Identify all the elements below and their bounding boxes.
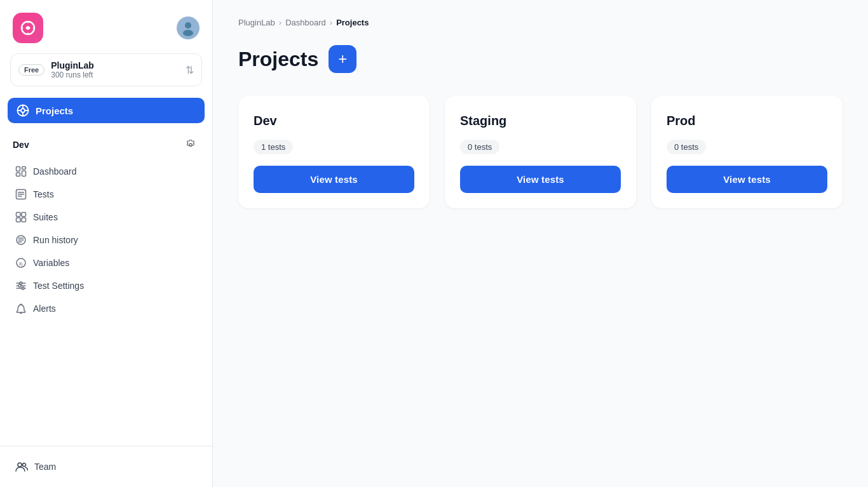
workspace-info: PluginLab 300 runs left — [51, 60, 179, 79]
project-name-dev: Dev — [254, 114, 414, 128]
svg-point-37 — [22, 287, 24, 290]
project-card-prod: Prod 0 tests View tests — [651, 96, 843, 208]
sidebar-item-projects[interactable]: Projects — [8, 98, 205, 123]
tests-badge-dev: 1 tests — [254, 140, 293, 154]
breadcrumb-item-projects: Projects — [336, 18, 369, 27]
page-header: Projects + — [238, 45, 843, 73]
svg-point-2 — [185, 22, 191, 29]
dashboard-label: Dashboard — [33, 166, 77, 177]
breadcrumb-sep-1: › — [279, 18, 281, 27]
svg-rect-11 — [22, 167, 26, 170]
project-card-staging: Staging 0 tests View tests — [445, 96, 636, 208]
svg-rect-20 — [17, 218, 21, 222]
suites-icon — [15, 211, 27, 223]
workspace-runs: 300 runs left — [51, 70, 179, 79]
project-name-prod: Prod — [667, 114, 827, 128]
team-label: Team — [34, 462, 56, 472]
sidebar-header — [0, 0, 212, 53]
test-settings-icon — [15, 280, 27, 291]
team-icon — [15, 460, 28, 473]
svg-rect-19 — [22, 213, 26, 217]
breadcrumb-item-dashboard[interactable]: Dashboard — [285, 18, 326, 27]
free-badge: Free — [18, 64, 44, 76]
sidebar-item-team[interactable]: Team — [13, 457, 200, 477]
breadcrumb-sep-2: › — [330, 18, 332, 27]
project-name-staging: Staging — [460, 114, 621, 128]
svg-rect-13 — [22, 171, 26, 177]
suites-label: Suites — [33, 212, 58, 222]
svg-point-1 — [27, 27, 30, 30]
svg-rect-21 — [22, 218, 26, 222]
projects-grid: Dev 1 tests View tests Staging 0 tests V… — [238, 96, 843, 208]
sidebar-item-alerts[interactable]: Alerts — [10, 297, 202, 320]
dev-settings-button[interactable] — [182, 136, 200, 154]
sidebar-item-suites[interactable]: Suites — [10, 206, 202, 229]
breadcrumb: PluginLab › Dashboard › Projects — [238, 18, 843, 27]
sidebar-item-test-settings[interactable]: Test Settings — [10, 274, 202, 297]
add-project-button[interactable]: + — [329, 45, 356, 73]
projects-icon — [17, 104, 29, 117]
view-tests-button-dev[interactable]: View tests — [254, 166, 414, 193]
svg-rect-12 — [17, 173, 20, 177]
tests-label: Tests — [33, 189, 54, 199]
sidebar-item-variables[interactable]: x ) Variables — [10, 251, 202, 274]
svg-rect-10 — [17, 167, 20, 171]
sidebar-item-tests[interactable]: Tests — [10, 183, 202, 206]
svg-rect-18 — [17, 213, 21, 217]
page-title: Projects — [238, 48, 318, 71]
dashboard-icon — [15, 166, 27, 177]
run-history-icon — [15, 234, 27, 246]
variables-label: Variables — [33, 258, 69, 268]
alerts-label: Alerts — [33, 304, 56, 314]
sidebar: Free PluginLab 300 runs left ⇅ Projects — [0, 0, 213, 487]
tests-icon — [15, 189, 27, 200]
svg-point-39 — [23, 464, 26, 467]
project-card-dev: Dev 1 tests View tests — [238, 96, 430, 208]
svg-point-34 — [18, 284, 21, 287]
sub-section-title: Dev — [13, 140, 29, 150]
sidebar-item-dashboard[interactable]: Dashboard — [10, 160, 202, 183]
nav-section: Projects — [0, 94, 212, 127]
sidebar-item-projects-label: Projects — [36, 105, 73, 116]
svg-point-3 — [183, 30, 193, 36]
sidebar-item-run-history[interactable]: Run history — [10, 229, 202, 251]
run-history-label: Run history — [33, 235, 78, 245]
sub-section-dev: Dev Dashboard — [0, 127, 212, 325]
sidebar-footer: Team — [0, 446, 212, 487]
chevron-icon: ⇅ — [186, 64, 194, 76]
alerts-icon — [15, 303, 27, 314]
svg-text:): ) — [22, 262, 23, 267]
variables-icon: x ) — [15, 257, 27, 269]
main-content: PluginLab › Dashboard › Projects Project… — [213, 0, 868, 487]
workspace-name: PluginLab — [51, 60, 179, 70]
sub-section-header: Dev — [10, 132, 202, 160]
workspace-selector[interactable]: Free PluginLab 300 runs left ⇅ — [10, 53, 202, 86]
svg-point-38 — [18, 463, 22, 467]
breadcrumb-item-pluginlab[interactable]: PluginLab — [238, 18, 275, 27]
logo-icon — [13, 13, 43, 43]
avatar[interactable] — [177, 17, 200, 39]
view-tests-button-prod[interactable]: View tests — [667, 166, 827, 193]
view-tests-button-staging[interactable]: View tests — [460, 166, 621, 193]
tests-badge-prod: 0 tests — [667, 140, 706, 154]
test-settings-label: Test Settings — [33, 281, 84, 291]
tests-badge-staging: 0 tests — [460, 140, 499, 154]
